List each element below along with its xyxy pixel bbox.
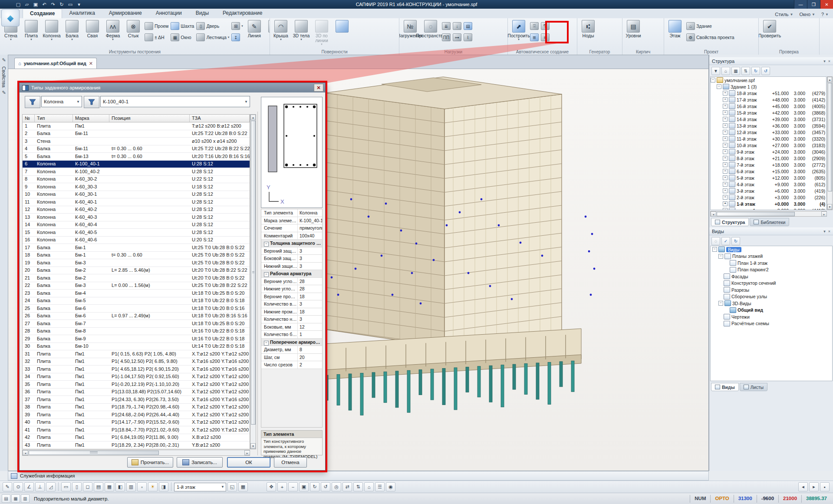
property-value[interactable]: 20 — [298, 354, 322, 361]
snap-angle-icon[interactable]: ∠ — [24, 482, 34, 491]
table-row[interactable]: 20БалкаБм-2L= 2.85 ... 5.46(м)Ut:20 T:0 … — [23, 267, 250, 275]
tree-item-floor[interactable]: +11-й этаж+30.0003.000(3320) — [711, 135, 826, 142]
tree-item-floor[interactable]: +12-й этаж+33.0003.000(3457) — [711, 129, 826, 135]
table-row[interactable]: 5БалкаБм-13t= 0.30 ... 0.60Ut:20 T:16 Ub… — [23, 153, 250, 161]
tree-item-root[interactable]: −умолчание.spf — [711, 77, 826, 83]
tree-item-floor[interactable]: +паркинг1-3.0003.000(4418) — [711, 207, 826, 210]
mode-solid-icon[interactable]: ▤ — [94, 482, 103, 491]
measure-icon[interactable]: ▭ — [67, 1, 74, 8]
table-row[interactable]: 30БалкаБм-10Ut:14 T:0 Ub:22 B:0 S:18 — [23, 343, 250, 351]
tree-item-чертежи[interactable]: Чертежи — [711, 313, 832, 320]
tab-редактирование[interactable]: Редактирование — [216, 9, 269, 18]
ribbon-button-плита[interactable]: Плита▾ — [21, 19, 41, 41]
property-row[interactable]: Верхний защитный ...3 — [261, 247, 322, 255]
tree-item-floor[interactable]: +15-й этаж+42.0003.000(3868) — [711, 109, 826, 116]
table-row[interactable]: 18БалкаБм-1t= 0.30 ... 0.60Ut:25 T:0 Ub:… — [23, 252, 250, 260]
snap-perp-icon[interactable]: ⊥ — [35, 482, 45, 491]
collapse-icon[interactable]: − — [711, 78, 715, 82]
table-row[interactable]: 32ПлитаПм1P1( 4.50,12.50) P2( 6.85, 9.80… — [23, 358, 250, 366]
swap-v-icon[interactable]: ⇅ — [353, 482, 363, 491]
property-row[interactable]: Комментарий100x40 — [261, 232, 322, 240]
table-row[interactable]: 39ПлитаПм1P1(24.68,-2.04) P2(26.44,-4.40… — [23, 411, 250, 419]
column-header--[interactable]: № — [23, 115, 35, 122]
ribbon-button-проверить[interactable]: ✔Проверить — [760, 19, 780, 38]
table-row[interactable]: 43ПлитаПм1P1(18.29, 2.34) P2(28.00,-2.31… — [23, 441, 250, 449]
property-value[interactable]: прямоугольник — [298, 224, 322, 232]
expand-icon[interactable]: + — [723, 175, 728, 180]
document-tab[interactable]: ⌂ умолчание.spf:Общий вид ✕ — [14, 58, 97, 69]
swap-h-icon[interactable]: ⇄ — [342, 482, 352, 491]
expand-icon[interactable]: + — [723, 143, 728, 148]
refresh-icon[interactable]: ↻ — [731, 237, 740, 245]
read-button[interactable]: Прочитать... — [127, 457, 173, 468]
property-row[interactable]: Количество нижних...3 — [261, 316, 322, 323]
property-row[interactable]: Боковые, мм12 — [261, 323, 322, 331]
ribbon-button-grid-snap-icon[interactable]: ⊞▾ — [230, 21, 244, 31]
minimize-button[interactable]: — — [794, 0, 807, 9]
tree-item-виды[interactable]: −Виды — [711, 246, 832, 253]
expand-icon[interactable]: + — [723, 136, 728, 141]
service-info-bar[interactable]: Служебная информация — [8, 471, 709, 481]
zoom-window-icon[interactable]: ▣ — [299, 482, 309, 491]
property-value[interactable]: 3 — [298, 316, 322, 323]
table-row[interactable]: 11КолоннаК-60_40-1U:28 S:12 — [23, 198, 250, 206]
property-value[interactable]: 18 — [298, 308, 322, 316]
tab-аналитика[interactable]: Аналитика — [62, 9, 102, 18]
cancel-button[interactable]: Отмена — [274, 457, 307, 468]
tree-item-3d-виды[interactable]: −3D-Виды — [711, 300, 832, 307]
expand-icon[interactable]: + — [723, 182, 728, 187]
table-header[interactable]: №ТипМаркаПозицияТЗА — [22, 114, 250, 122]
ribbon-button-spring-icon[interactable]: ⌇ — [463, 32, 473, 43]
ribbon-button-crane-icon[interactable]: Ͳ — [540, 21, 550, 31]
property-value[interactable]: 8 — [298, 346, 322, 353]
expand-icon[interactable]: + — [723, 169, 728, 174]
property-value[interactable]: 18 — [298, 293, 322, 300]
tree-item-floor[interactable]: +1-й этаж+0.0003.000(4) — [711, 201, 826, 207]
tree-item-floor[interactable]: +7-й этаж+18.0003.000(2772) — [711, 161, 826, 168]
app-logo[interactable]: ◆ — [1, 9, 20, 26]
column-header-позиция[interactable]: Позиция — [109, 115, 190, 122]
expand-icon[interactable]: + — [723, 162, 728, 167]
property-row[interactable]: Диаметр, мм8 — [261, 346, 322, 354]
panel-tab-библиотеки[interactable]: Библиотеки — [750, 218, 789, 226]
collapse-icon[interactable]: − — [264, 242, 269, 247]
properties-strip-tab[interactable]: Свойства — [1, 66, 7, 87]
sync-icon[interactable]: ↻ — [751, 67, 760, 75]
tree-item-floor[interactable]: +2-й этаж+3.0003.000(226) — [711, 194, 826, 201]
table-row[interactable]: 35ПлитаПм1P1(-0.20,12.19) P2(-1.10,10.20… — [23, 381, 250, 389]
tree-item-floor[interactable]: +16-й этаж+45.0003.000(4005) — [711, 103, 826, 109]
rotate-ccw-icon[interactable]: ↺ — [321, 482, 330, 491]
ribbon-button-force-down-icon[interactable]: ↓ — [452, 21, 462, 31]
table-row[interactable]: 19БалкаБм-3Ut:25 T:0 Ub:28 B:0 S:22 — [23, 259, 250, 267]
property-value[interactable]: 2 — [298, 361, 322, 369]
expand-icon[interactable]: + — [723, 97, 728, 102]
element-mark-combo[interactable]: К-100_40-1▼ — [100, 96, 250, 107]
ribbon-button-окно[interactable]: ▦Окно — [170, 32, 195, 43]
ribbon-button-anchor-down-icon[interactable]: ↧ — [230, 32, 244, 43]
property-group[interactable]: −Рабочая арматура — [261, 270, 322, 278]
table-row[interactable]: 23БалкаБм-4Ut:18 T:0 Ub:25 B:0 S:20 — [23, 290, 250, 297]
property-value[interactable]: 1 — [298, 331, 322, 338]
ribbon-button-reinforcement-types-icon[interactable]: ≡ — [540, 32, 550, 43]
ribbon-button-ноды[interactable]: ⑆Ноды — [578, 19, 598, 38]
ribbon-button-этаж[interactable]: Этаж — [665, 19, 685, 38]
open-folder-icon[interactable]: ▱ — [23, 1, 30, 8]
menu-окно[interactable]: Окно▼ — [799, 12, 815, 17]
next-icon[interactable]: ▸ — [809, 482, 819, 491]
property-row[interactable]: Нижний защитный ...3 — [261, 263, 322, 270]
tree-item-сборочные-узлы[interactable]: Сборочные узлы — [711, 293, 832, 300]
expand-icon[interactable]: + — [723, 201, 728, 206]
snap-center-icon[interactable]: ⊙ — [13, 482, 23, 491]
grid-toggle-icon[interactable]: ▦ — [238, 482, 248, 491]
property-value[interactable]: 3 — [298, 300, 322, 308]
axes-icon[interactable]: ⌂ — [364, 482, 374, 491]
table-row[interactable]: 1ПлитаПм1T:ø12 s200 B:ø12 s200 — [23, 122, 250, 130]
table-v-scrollbar[interactable]: ▲ ▼ — [250, 114, 256, 449]
undo-icon[interactable]: ↶ — [41, 1, 48, 8]
collapse-icon[interactable]: − — [264, 272, 269, 277]
tree-item-конструктор-сечений[interactable]: Конструктор сечений — [711, 280, 832, 287]
ribbon-button-load-group-icon[interactable]: ⇊ — [441, 21, 451, 31]
table-row[interactable]: 27БалкаБм-7Ut:18 T:0 Ub:25 B:0 S:20 — [23, 320, 250, 328]
tab-армирование[interactable]: Армирование — [102, 9, 149, 18]
dock-icon[interactable]: ▪ — [820, 482, 830, 491]
